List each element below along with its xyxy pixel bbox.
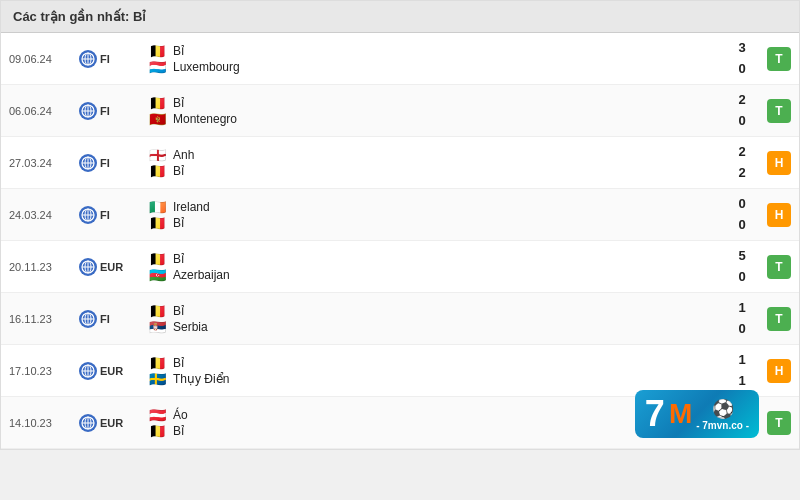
team2-flag: 🇷🇸 <box>147 320 167 334</box>
match-date: 27.03.24 <box>9 157 79 169</box>
team2-flag: 🇧🇪 <box>147 216 167 230</box>
competition-icon <box>79 206 97 224</box>
team1-name: Áo <box>173 408 273 422</box>
team2-row: 🇷🇸 Serbia <box>147 320 727 334</box>
team2-name: Serbia <box>173 320 273 334</box>
watermark-right: ⚽ - 7mvn.co - <box>696 398 749 431</box>
team2-score: 0 <box>738 60 745 78</box>
competition-icon <box>79 50 97 68</box>
competition-label: EUR <box>100 261 123 273</box>
team1-flag: 🇧🇪 <box>147 252 167 266</box>
match-date: 17.10.23 <box>9 365 79 377</box>
table-row: 20.11.23 EUR 🇧🇪 Bỉ 🇦🇿 Azerbaijan <box>1 241 799 293</box>
result-badge: H <box>767 359 791 383</box>
score-col: 2 0 <box>727 91 757 129</box>
team2-row: 🇧🇪 Bỉ <box>147 216 727 230</box>
score-col: 3 0 <box>727 39 757 77</box>
competition-label: FI <box>100 209 110 221</box>
team1-flag: 🇧🇪 <box>147 44 167 58</box>
team1-name: Bỉ <box>173 44 273 58</box>
team2-flag: 🇧🇪 <box>147 164 167 178</box>
team1-score: 2 <box>738 91 745 109</box>
matches-list: 09.06.24 FI 🇧🇪 Bỉ 🇱🇺 Luxembourg <box>1 33 799 449</box>
team2-row: 🇸🇪 Thụy Điển <box>147 372 727 386</box>
competition-col: EUR <box>79 362 139 380</box>
team2-name: Thụy Điển <box>173 372 273 386</box>
result-badge: T <box>767 47 791 71</box>
teams-col: 🇧🇪 Bỉ 🇷🇸 Serbia <box>139 304 727 334</box>
team1-row: 🇧🇪 Bỉ <box>147 252 727 266</box>
competition-icon <box>79 258 97 276</box>
team2-name: Bỉ <box>173 216 273 230</box>
watermark-m: M <box>669 400 692 428</box>
watermark-domain: - 7mvn.co - <box>696 420 749 431</box>
team1-row: 🇮🇪 Ireland <box>147 200 727 214</box>
team2-score: 0 <box>738 320 745 338</box>
competition-icon <box>79 310 97 328</box>
table-row: 14.10.23 EUR 🇦🇹 Áo 🇧🇪 Bỉ <box>1 397 799 449</box>
competition-label: FI <box>100 105 110 117</box>
team1-score: 5 <box>738 247 745 265</box>
team1-flag: 🏴󠁧󠁢󠁥󠁮󠁧󠁿 <box>147 148 167 162</box>
team1-flag: 🇧🇪 <box>147 304 167 318</box>
team2-name: Luxembourg <box>173 60 273 74</box>
competition-label: FI <box>100 53 110 65</box>
competition-col: FI <box>79 206 139 224</box>
team1-row: 🇧🇪 Bỉ <box>147 96 727 110</box>
team2-flag: 🇲🇪 <box>147 112 167 126</box>
team2-score: 1 <box>738 372 745 390</box>
main-container: Các trận gần nhất: Bỉ 09.06.24 FI 🇧🇪 Bỉ <box>0 0 800 450</box>
team2-flag: 🇱🇺 <box>147 60 167 74</box>
match-date: 14.10.23 <box>9 417 79 429</box>
watermark-number: 7 <box>645 396 665 432</box>
competition-col: FI <box>79 154 139 172</box>
header-title: Các trận gần nhất: Bỉ <box>13 9 146 24</box>
result-badge: H <box>767 203 791 227</box>
competition-label: EUR <box>100 417 123 429</box>
team1-name: Ireland <box>173 200 273 214</box>
table-row: 16.11.23 FI 🇧🇪 Bỉ 🇷🇸 Serbia <box>1 293 799 345</box>
table-row: 27.03.24 FI 🏴󠁧󠁢󠁥󠁮󠁧󠁿 Anh 🇧🇪 Bỉ <box>1 137 799 189</box>
match-date: 16.11.23 <box>9 313 79 325</box>
teams-col: 🇧🇪 Bỉ 🇲🇪 Montenegro <box>139 96 727 126</box>
team2-name: Montenegro <box>173 112 273 126</box>
result-badge: T <box>767 99 791 123</box>
team1-row: 🏴󠁧󠁢󠁥󠁮󠁧󠁿 Anh <box>147 148 727 162</box>
team1-score: 0 <box>738 195 745 213</box>
section-header: Các trận gần nhất: Bỉ <box>1 1 799 33</box>
team2-score: 0 <box>738 268 745 286</box>
competition-col: FI <box>79 50 139 68</box>
team1-flag: 🇮🇪 <box>147 200 167 214</box>
table-row: 24.03.24 FI 🇮🇪 Ireland 🇧🇪 Bỉ <box>1 189 799 241</box>
teams-col: 🇧🇪 Bỉ 🇸🇪 Thụy Điển <box>139 356 727 386</box>
competition-label: EUR <box>100 365 123 377</box>
table-row: 06.06.24 FI 🇧🇪 Bỉ 🇲🇪 Montenegro <box>1 85 799 137</box>
team1-row: 🇧🇪 Bỉ <box>147 44 727 58</box>
competition-label: FI <box>100 157 110 169</box>
teams-col: 🇧🇪 Bỉ 🇱🇺 Luxembourg <box>139 44 727 74</box>
team1-flag: 🇧🇪 <box>147 356 167 370</box>
team1-name: Bỉ <box>173 356 273 370</box>
team1-flag: 🇧🇪 <box>147 96 167 110</box>
team1-score: 1 <box>738 351 745 369</box>
teams-col: 🇧🇪 Bỉ 🇦🇿 Azerbaijan <box>139 252 727 282</box>
score-col: 1 1 <box>727 351 757 389</box>
team2-name: Azerbaijan <box>173 268 273 282</box>
score-col: 0 0 <box>727 195 757 233</box>
competition-icon <box>79 102 97 120</box>
team2-score: 0 <box>738 216 745 234</box>
watermark-overlay: 7 M ⚽ - 7mvn.co - <box>635 390 759 438</box>
team1-name: Anh <box>173 148 273 162</box>
team2-name: Bỉ <box>173 424 273 438</box>
team2-row: 🇦🇿 Azerbaijan <box>147 268 727 282</box>
result-badge: T <box>767 307 791 331</box>
team2-row: 🇧🇪 Bỉ <box>147 164 727 178</box>
team2-score: 2 <box>738 164 745 182</box>
team1-score: 1 <box>738 299 745 317</box>
competition-col: FI <box>79 102 139 120</box>
teams-col: 🇮🇪 Ireland 🇧🇪 Bỉ <box>139 200 727 230</box>
competition-col: EUR <box>79 258 139 276</box>
competition-icon <box>79 154 97 172</box>
team1-name: Bỉ <box>173 96 273 110</box>
team1-row: 🇧🇪 Bỉ <box>147 304 727 318</box>
